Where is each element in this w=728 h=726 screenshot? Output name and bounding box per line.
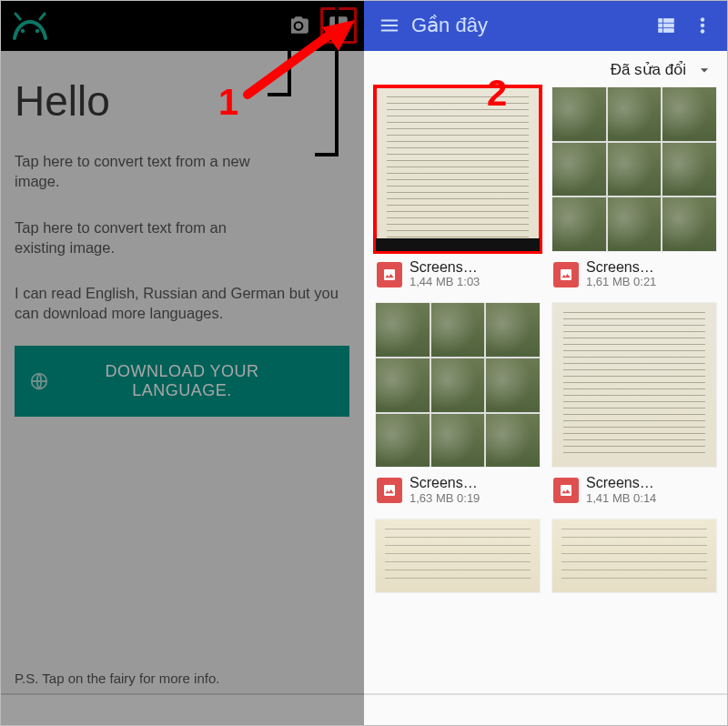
sort-dropdown[interactable]: Đã sửa đổi — [364, 51, 728, 86]
text-fairy-app-pane: Hello Tap here to convert text from a ne… — [0, 0, 364, 726]
file-card[interactable]: Screens… 1,61 MB 0:21 — [551, 86, 717, 293]
file-thumbnail[interactable] — [551, 302, 717, 468]
file-card[interactable]: Screens… 1,63 MB 0:19 — [375, 302, 541, 509]
file-thumbnail[interactable] — [375, 86, 541, 252]
svg-point-15 — [701, 30, 704, 34]
file-card[interactable] — [551, 519, 717, 594]
image-file-icon — [377, 262, 402, 287]
file-thumbnail[interactable] — [375, 302, 541, 468]
globe-icon — [29, 371, 49, 391]
file-card[interactable]: Screens… 1,44 MB 1:03 — [375, 86, 541, 293]
app-logo-icon — [7, 7, 53, 44]
file-meta: 1,61 MB 0:21 — [586, 276, 656, 289]
svg-rect-8 — [659, 24, 662, 27]
overflow-menu-icon[interactable] — [684, 7, 721, 44]
svg-rect-10 — [663, 19, 673, 23]
file-name: Screens… — [410, 259, 480, 276]
file-card[interactable]: Screens… 1,41 MB 0:14 — [551, 302, 717, 509]
annotation-arrow-icon — [237, 20, 355, 102]
right-app-header: Gần đây — [364, 0, 728, 51]
android-navbar-left — [0, 693, 364, 726]
hamburger-menu-icon[interactable] — [371, 7, 408, 44]
svg-rect-12 — [663, 29, 673, 33]
file-thumbnail[interactable] — [551, 86, 717, 252]
annotation-step-2: 2 — [487, 73, 507, 114]
file-thumbnail[interactable] — [551, 519, 717, 594]
chevron-down-icon — [695, 61, 713, 79]
svg-rect-11 — [663, 24, 673, 27]
left-body: Hello Tap here to convert text from a ne… — [0, 51, 364, 431]
file-picker-pane: Gần đây 2 Đã sửa đổi Screens… 1,44 MB 1:… — [364, 0, 728, 726]
android-navbar-right — [364, 693, 728, 726]
svg-point-1 — [35, 29, 39, 33]
tip-existing-image: Tap here to convert text from an existin… — [15, 217, 251, 258]
image-file-icon — [553, 262, 579, 287]
file-name: Screens… — [586, 475, 656, 491]
file-name: Screens… — [586, 259, 656, 276]
tip-new-image: Tap here to convert text from a new imag… — [15, 151, 251, 192]
svg-line-5 — [248, 31, 335, 95]
svg-rect-7 — [659, 19, 662, 23]
supported-languages-note: I can read English, Russian and German b… — [15, 283, 342, 324]
file-name: Screens… — [410, 475, 480, 491]
annotation-step-1: 1 — [218, 82, 238, 123]
file-card[interactable] — [375, 519, 541, 594]
file-meta: 1,63 MB 0:19 — [410, 492, 480, 506]
svg-line-2 — [15, 14, 20, 19]
image-file-icon — [377, 478, 402, 503]
file-thumbnail[interactable] — [375, 519, 541, 594]
file-meta: 1,41 MB 0:14 — [586, 492, 656, 506]
postscript-text: P.S. Tap on the fairy for more info. — [15, 671, 219, 686]
list-view-icon[interactable] — [648, 7, 684, 44]
file-grid: Screens… 1,44 MB 1:03 Screens… 1,61 MB 0… — [364, 86, 728, 600]
svg-point-0 — [21, 29, 25, 33]
file-meta: 1,44 MB 1:03 — [410, 276, 480, 289]
image-file-icon — [553, 478, 579, 503]
right-header-title: Gần đây — [408, 14, 648, 37]
svg-line-3 — [40, 14, 45, 19]
download-language-label: DOWNLOAD YOUR LANGUAGE. — [105, 362, 258, 399]
svg-point-13 — [701, 18, 704, 22]
svg-rect-9 — [659, 29, 662, 33]
download-language-button[interactable]: DOWNLOAD YOUR LANGUAGE. — [15, 346, 349, 417]
svg-point-14 — [701, 24, 704, 27]
sort-label: Đã sửa đổi — [611, 60, 686, 79]
